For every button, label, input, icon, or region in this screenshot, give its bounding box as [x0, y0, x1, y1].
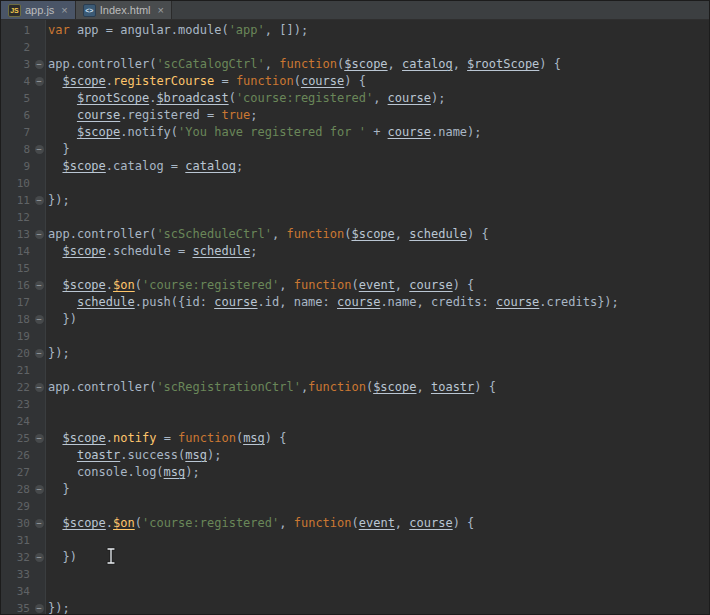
fold-collapse-icon[interactable]: −: [35, 230, 44, 239]
line-number: 10: [1, 177, 32, 190]
code-text[interactable]: $scope.catalog = catalog;: [46, 158, 243, 175]
code-text[interactable]: $scope.schedule = schedule;: [46, 243, 258, 260]
code-text[interactable]: [46, 396, 48, 413]
code-line[interactable]: 18− }): [1, 311, 709, 328]
code-line[interactable]: 25− $scope.notify = function(msg) {: [1, 430, 709, 447]
code-line[interactable]: 24: [1, 413, 709, 430]
fold-collapse-icon[interactable]: −: [35, 60, 44, 69]
gutter-cell: 1: [1, 22, 46, 39]
code-line[interactable]: 17 schedule.push({id: course.id, name: c…: [1, 294, 709, 311]
code-line[interactable]: 5 $rootScope.$broadcast('course:register…: [1, 90, 709, 107]
code-line[interactable]: 9 $scope.catalog = catalog;: [1, 158, 709, 175]
code-line[interactable]: 30− $scope.$on('course:registered', func…: [1, 515, 709, 532]
code-line[interactable]: 2: [1, 39, 709, 56]
code-text[interactable]: course.registered = true;: [46, 107, 258, 124]
code-text[interactable]: });: [46, 345, 70, 362]
code-text[interactable]: }): [46, 311, 77, 328]
code-line[interactable]: 21: [1, 362, 709, 379]
fold-end-icon[interactable]: −: [35, 349, 44, 358]
code-line[interactable]: 12: [1, 209, 709, 226]
fold-collapse-icon[interactable]: −: [35, 77, 44, 86]
tab-index-html[interactable]: <> Index.html ×: [76, 1, 172, 19]
code-text[interactable]: [46, 566, 48, 583]
code-text[interactable]: [46, 532, 48, 549]
code-line[interactable]: 29: [1, 498, 709, 515]
code-line[interactable]: 11−});: [1, 192, 709, 209]
code-text[interactable]: toastr.success(msg);: [46, 447, 221, 464]
tab-app-js[interactable]: JS app.js ×: [1, 1, 76, 19]
code-text[interactable]: $scope.$on('course:registered', function…: [46, 515, 474, 532]
code-text[interactable]: [46, 260, 48, 277]
code-text[interactable]: var app = angular.module('app', []);: [46, 22, 308, 39]
fold-end-icon[interactable]: −: [35, 553, 44, 562]
code-text[interactable]: $scope.notify('You have registered for '…: [46, 124, 482, 141]
code-line[interactable]: 8− }: [1, 141, 709, 158]
gutter-cell: 11−: [1, 192, 46, 209]
code-line[interactable]: 6 course.registered = true;: [1, 107, 709, 124]
gutter-cell: 20−: [1, 345, 46, 362]
fold-collapse-icon[interactable]: −: [35, 519, 44, 528]
code-line[interactable]: 28− }: [1, 481, 709, 498]
code-text[interactable]: [46, 583, 48, 600]
code-line[interactable]: 20−});: [1, 345, 709, 362]
code-text[interactable]: });: [46, 192, 70, 209]
close-tab-icon[interactable]: ×: [158, 5, 164, 16]
code-line[interactable]: 16− $scope.$on('course:registered', func…: [1, 277, 709, 294]
fold-end-icon[interactable]: −: [35, 485, 44, 494]
line-number: 27: [1, 466, 32, 479]
html-file-icon: <>: [83, 4, 96, 17]
fold-end-icon[interactable]: −: [35, 145, 44, 154]
code-line[interactable]: 10: [1, 175, 709, 192]
fold-end-icon[interactable]: −: [35, 604, 44, 613]
code-line[interactable]: 13−app.controller('scScheduleCtrl', func…: [1, 226, 709, 243]
code-text[interactable]: [46, 39, 48, 56]
code-text[interactable]: $scope.registerCourse = function(course)…: [46, 73, 366, 90]
gutter-cell: 9: [1, 158, 46, 175]
code-line[interactable]: 1var app = angular.module('app', []);: [1, 22, 709, 39]
code-text[interactable]: console.log(msg);: [46, 464, 200, 481]
code-text[interactable]: app.controller('scScheduleCtrl', functio…: [46, 226, 489, 243]
code-text[interactable]: [46, 209, 48, 226]
code-text[interactable]: $rootScope.$broadcast('course:registered…: [46, 90, 445, 107]
gutter-cell: 34: [1, 583, 46, 600]
code-text[interactable]: }: [46, 141, 70, 158]
code-text[interactable]: $scope.notify = function(msg) {: [46, 430, 287, 447]
code-text[interactable]: [46, 328, 48, 345]
code-line[interactable]: 34: [1, 583, 709, 600]
line-number: 34: [1, 585, 32, 598]
code-line[interactable]: 14 $scope.schedule = schedule;: [1, 243, 709, 260]
code-text[interactable]: app.controller('scRegistrationCtrl',func…: [46, 379, 496, 396]
gutter-cell: 3−: [1, 56, 46, 73]
code-editor[interactable]: 1var app = angular.module('app', []);23−…: [1, 20, 709, 614]
fold-collapse-icon[interactable]: −: [35, 383, 44, 392]
code-text[interactable]: [46, 362, 48, 379]
code-text[interactable]: }): [46, 549, 77, 566]
code-line[interactable]: 26 toastr.success(msg);: [1, 447, 709, 464]
code-line[interactable]: 33: [1, 566, 709, 583]
code-line[interactable]: 35−});: [1, 600, 709, 614]
close-tab-icon[interactable]: ×: [61, 5, 67, 16]
code-line[interactable]: 19: [1, 328, 709, 345]
code-line[interactable]: 4− $scope.registerCourse = function(cour…: [1, 73, 709, 90]
code-text[interactable]: app.controller('scCatalogCtrl', function…: [46, 56, 561, 73]
js-file-icon: JS: [8, 4, 21, 17]
code-line[interactable]: 27 console.log(msg);: [1, 464, 709, 481]
line-number: 33: [1, 568, 32, 581]
code-line[interactable]: 3−app.controller('scCatalogCtrl', functi…: [1, 56, 709, 73]
fold-collapse-icon[interactable]: −: [35, 434, 44, 443]
code-line[interactable]: 15: [1, 260, 709, 277]
code-line[interactable]: 22−app.controller('scRegistrationCtrl',f…: [1, 379, 709, 396]
code-text[interactable]: [46, 175, 48, 192]
code-text[interactable]: $scope.$on('course:registered', function…: [46, 277, 474, 294]
fold-end-icon[interactable]: −: [35, 315, 44, 324]
code-text[interactable]: [46, 413, 48, 430]
code-text[interactable]: });: [46, 600, 70, 614]
fold-end-icon[interactable]: −: [35, 196, 44, 205]
code-line[interactable]: 23: [1, 396, 709, 413]
code-text[interactable]: [46, 498, 48, 515]
code-line[interactable]: 7 $scope.notify('You have registered for…: [1, 124, 709, 141]
code-text[interactable]: schedule.push({id: course.id, name: cour…: [46, 294, 619, 311]
fold-collapse-icon[interactable]: −: [35, 281, 44, 290]
code-text[interactable]: }: [46, 481, 70, 498]
gutter-cell: 30−: [1, 515, 46, 532]
